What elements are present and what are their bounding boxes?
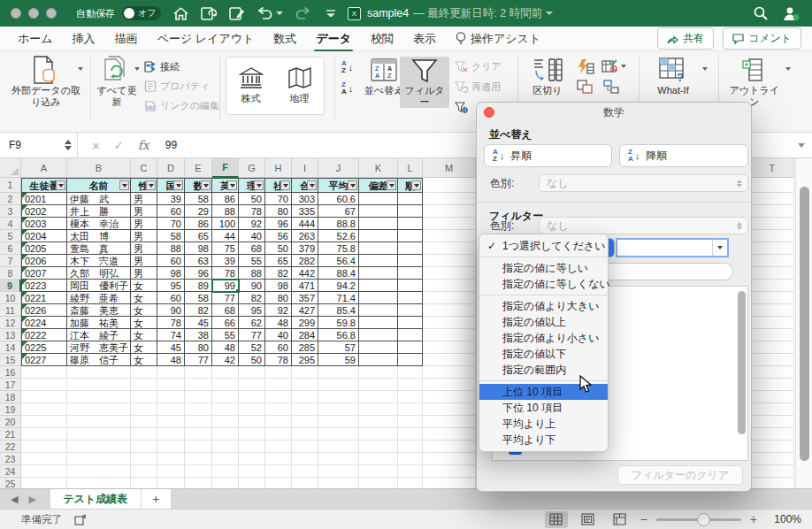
value-combo-dropdown-icon[interactable] bbox=[712, 240, 727, 256]
cell-H7[interactable]: 65 bbox=[265, 255, 292, 267]
cell-I13[interactable]: 284 bbox=[292, 329, 318, 341]
cell-B23[interactable] bbox=[67, 453, 131, 465]
cell-E12[interactable]: 45 bbox=[185, 317, 212, 329]
cell-H10[interactable]: 80 bbox=[265, 292, 292, 304]
cell-J4[interactable]: 88.8 bbox=[318, 218, 359, 230]
cell-J10[interactable]: 71.4 bbox=[318, 292, 359, 304]
cell-M9[interactable] bbox=[423, 280, 476, 292]
cell-J18[interactable] bbox=[318, 391, 359, 403]
cell-L6[interactable] bbox=[398, 242, 423, 255]
cell-B2[interactable]: 伊藤 武 bbox=[67, 193, 131, 205]
cell-D17[interactable] bbox=[157, 379, 185, 391]
cell-D16[interactable] bbox=[157, 366, 185, 379]
cell-D10[interactable]: 60 bbox=[157, 292, 185, 304]
cell-K23[interactable] bbox=[359, 453, 398, 465]
cell-F19[interactable] bbox=[212, 403, 239, 416]
cell-I12[interactable]: 299 bbox=[292, 317, 318, 329]
cell-F21[interactable] bbox=[212, 428, 239, 441]
cell-A13[interactable]: 0222 bbox=[21, 329, 67, 341]
cell-D4[interactable]: 70 bbox=[157, 218, 185, 230]
tab-draw[interactable]: 描画 bbox=[113, 27, 140, 50]
cell-I19[interactable] bbox=[292, 403, 318, 416]
cell-K25[interactable] bbox=[359, 478, 398, 488]
cell-H14[interactable]: 60 bbox=[265, 341, 292, 354]
cell-G17[interactable] bbox=[239, 379, 265, 391]
tab-insert[interactable]: 挿入 bbox=[71, 27, 97, 50]
tab-data[interactable]: データ bbox=[314, 27, 353, 50]
cell-T1[interactable] bbox=[750, 178, 794, 193]
cell-F20[interactable] bbox=[212, 416, 239, 428]
cell-D21[interactable] bbox=[157, 428, 185, 441]
autofilter-dropdown-icon[interactable] bbox=[387, 180, 396, 190]
cell-G14[interactable]: 52 bbox=[239, 341, 265, 354]
cell-F1[interactable]: 英 bbox=[212, 178, 239, 193]
cell-T4[interactable] bbox=[750, 218, 794, 230]
cell-H25[interactable] bbox=[265, 478, 292, 488]
cell-G1[interactable]: 理 bbox=[239, 178, 265, 193]
cell-B18[interactable] bbox=[67, 391, 131, 403]
cell-I25[interactable] bbox=[292, 478, 318, 488]
cell-I2[interactable]: 303 bbox=[292, 193, 318, 205]
cell-A7[interactable]: 0206 bbox=[21, 255, 67, 267]
cell-K13[interactable] bbox=[359, 329, 398, 341]
cell-B13[interactable]: 江本 綾子 bbox=[67, 329, 131, 341]
cell-G15[interactable]: 50 bbox=[239, 354, 265, 366]
autosave-toggle[interactable]: オフ bbox=[122, 6, 161, 20]
cell-M23[interactable] bbox=[423, 453, 476, 465]
page-layout-view-icon[interactable] bbox=[577, 511, 600, 528]
cell-D3[interactable]: 60 bbox=[157, 205, 185, 218]
cell-A21[interactable] bbox=[21, 428, 67, 441]
cell-K9[interactable] bbox=[359, 280, 398, 292]
cell-I21[interactable] bbox=[292, 428, 318, 441]
window-close-icon[interactable] bbox=[11, 8, 21, 19]
cell-D22[interactable] bbox=[157, 441, 185, 453]
cell-K4[interactable] bbox=[359, 218, 398, 230]
cell-M16[interactable] bbox=[423, 366, 476, 379]
tab-view[interactable]: 表示 bbox=[411, 27, 438, 50]
sheet-next-icon[interactable]: ▶ bbox=[28, 494, 35, 505]
home-icon[interactable] bbox=[173, 7, 188, 20]
cell-C9[interactable]: 女 bbox=[131, 280, 157, 292]
cell-K19[interactable] bbox=[359, 403, 398, 416]
row-header-13[interactable]: 13 bbox=[0, 329, 21, 341]
cell-M7[interactable] bbox=[423, 255, 476, 267]
select-all-corner[interactable] bbox=[0, 158, 21, 178]
cell-G5[interactable]: 40 bbox=[239, 230, 265, 242]
cell-G20[interactable] bbox=[239, 416, 265, 428]
cell-E4[interactable]: 86 bbox=[185, 218, 212, 230]
cell-A20[interactable] bbox=[21, 416, 67, 428]
cell-T3[interactable] bbox=[750, 205, 794, 218]
cell-D6[interactable]: 88 bbox=[157, 242, 185, 255]
cell-F25[interactable] bbox=[212, 478, 239, 488]
cell-G24[interactable] bbox=[239, 465, 265, 478]
cell-B19[interactable] bbox=[67, 403, 131, 416]
insert-function-icon[interactable]: fx bbox=[138, 138, 149, 152]
cell-H3[interactable]: 80 bbox=[265, 205, 292, 218]
cell-J9[interactable]: 94.2 bbox=[318, 280, 359, 292]
cell-C4[interactable]: 男 bbox=[131, 218, 157, 230]
search-icon[interactable] bbox=[754, 6, 768, 20]
cell-T22[interactable] bbox=[750, 441, 794, 453]
row-header-15[interactable]: 15 bbox=[0, 354, 21, 366]
cell-E3[interactable]: 29 bbox=[185, 205, 212, 218]
cell-G7[interactable]: 55 bbox=[239, 255, 265, 267]
cell-C17[interactable] bbox=[131, 379, 157, 391]
sort-ascending-dialog-button[interactable]: AZ↓ 昇順 bbox=[484, 144, 612, 167]
cell-K1[interactable]: 偏差 bbox=[359, 178, 398, 193]
cell-L3[interactable] bbox=[398, 205, 423, 218]
cell-A8[interactable]: 0207 bbox=[21, 267, 67, 280]
cell-E21[interactable] bbox=[185, 428, 212, 441]
autofilter-dropdown-icon[interactable] bbox=[254, 180, 264, 190]
cell-D2[interactable]: 39 bbox=[157, 193, 185, 205]
cell-H17[interactable] bbox=[265, 379, 292, 391]
cell-C10[interactable]: 女 bbox=[131, 292, 157, 304]
cell-F10[interactable]: 77 bbox=[212, 292, 239, 304]
cell-H18[interactable] bbox=[265, 391, 292, 403]
cell-H9[interactable]: 98 bbox=[265, 280, 292, 292]
cell-B16[interactable] bbox=[67, 366, 131, 379]
cell-L23[interactable] bbox=[398, 453, 423, 465]
geography-button[interactable]: 地理 bbox=[275, 58, 324, 114]
column-header-J[interactable]: J bbox=[318, 158, 359, 178]
cell-I16[interactable] bbox=[292, 366, 318, 379]
cell-A19[interactable] bbox=[21, 403, 67, 416]
